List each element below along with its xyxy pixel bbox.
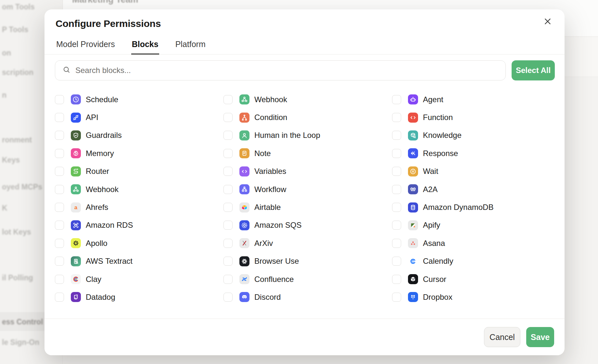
block-checkbox[interactable]	[223, 293, 233, 302]
block-checkbox[interactable]	[223, 167, 233, 176]
block-label: Workflow	[254, 185, 286, 194]
block-checkbox[interactable]	[55, 275, 64, 284]
cursor-cube-icon	[408, 274, 418, 284]
block-checkbox[interactable]	[392, 95, 401, 104]
dropbox-icon	[408, 292, 418, 302]
block-checkbox[interactable]	[223, 149, 233, 158]
blocks-grid: ScheduleAPIGuardrailsMemoryRouterWebhook…	[55, 91, 555, 306]
block-checkbox[interactable]	[55, 203, 64, 212]
block-item: A2A	[392, 180, 555, 198]
block-label: API	[86, 113, 98, 122]
block-label: Webhook	[86, 185, 119, 194]
cancel-button[interactable]: Cancel	[484, 327, 520, 347]
block-checkbox[interactable]	[392, 203, 401, 212]
block-item: Agent	[392, 91, 555, 108]
block-item: Human in the Loop	[223, 127, 392, 144]
block-item: Function	[392, 108, 555, 126]
discord-icon	[239, 292, 249, 302]
block-item: Dropbox	[392, 288, 555, 306]
block-item: Condition	[223, 108, 392, 126]
hierarchy-icon	[239, 184, 249, 194]
block-label: Calendly	[423, 257, 453, 266]
block-item: Clay	[55, 270, 223, 288]
block-checkbox[interactable]	[392, 131, 401, 140]
block-checkbox[interactable]	[223, 275, 233, 284]
dialog-header: Configure Permissions Model Providers Bl…	[45, 9, 565, 55]
aws-textract-icon	[71, 256, 81, 266]
ahrefs-icon: a	[71, 202, 81, 212]
block-label: Amazon SQS	[254, 221, 301, 230]
datadog-icon	[71, 292, 81, 302]
robot-icon	[408, 94, 418, 104]
search-box[interactable]	[55, 60, 506, 80]
block-item: Apify	[392, 216, 555, 234]
block-label: Cursor	[423, 275, 446, 284]
block-item: Note	[223, 144, 392, 162]
atom-icon	[239, 256, 249, 266]
pause-icon	[408, 166, 418, 176]
select-all-button[interactable]: Select All	[512, 60, 555, 80]
arxiv-icon	[239, 238, 249, 248]
block-checkbox[interactable]	[55, 293, 64, 302]
block-checkbox[interactable]	[392, 167, 401, 176]
block-item: Cursor	[392, 270, 555, 288]
tab-model-providers[interactable]: Model Providers	[56, 39, 116, 55]
block-checkbox[interactable]	[392, 239, 401, 248]
block-checkbox[interactable]	[55, 185, 64, 194]
close-button[interactable]	[541, 15, 555, 29]
block-checkbox[interactable]	[55, 257, 64, 266]
block-item: Datadog	[55, 288, 223, 306]
block-checkbox[interactable]	[55, 149, 64, 158]
block-checkbox[interactable]	[392, 185, 401, 194]
clock-icon	[71, 94, 81, 104]
block-item: Amazon DynamoDB	[392, 198, 555, 216]
tab-platform[interactable]: Platform	[175, 39, 206, 55]
block-checkbox[interactable]	[392, 275, 401, 284]
block-checkbox[interactable]	[223, 221, 233, 230]
block-label: Variables	[254, 167, 286, 176]
block-checkbox[interactable]	[223, 113, 233, 122]
block-checkbox[interactable]	[223, 203, 233, 212]
block-checkbox[interactable]	[55, 113, 64, 122]
block-item: Webhook	[223, 91, 392, 108]
block-checkbox[interactable]	[55, 131, 64, 140]
block-label: Apollo	[86, 239, 108, 248]
block-label: Router	[86, 167, 109, 176]
block-checkbox[interactable]	[55, 167, 64, 176]
block-checkbox[interactable]	[55, 221, 64, 230]
block-label: Ahrefs	[86, 203, 108, 212]
block-checkbox[interactable]	[392, 149, 401, 158]
configure-permissions-dialog: Configure Permissions Model Providers Bl…	[45, 9, 565, 355]
block-checkbox[interactable]	[223, 239, 233, 248]
block-item: Confluence	[223, 270, 392, 288]
block-checkbox[interactable]	[55, 95, 64, 104]
block-checkbox[interactable]	[223, 185, 233, 194]
block-checkbox[interactable]	[223, 131, 233, 140]
block-checkbox[interactable]	[392, 113, 401, 122]
confluence-icon	[239, 274, 249, 284]
block-label: Asana	[423, 239, 445, 248]
block-item: Webhook	[55, 180, 223, 198]
apollo-icon	[71, 238, 81, 248]
asana-icon	[408, 238, 418, 248]
tab-blocks[interactable]: Blocks	[131, 39, 159, 55]
block-label: Condition	[254, 113, 287, 122]
block-checkbox[interactable]	[392, 257, 401, 266]
block-item: Variables	[223, 163, 392, 180]
block-checkbox[interactable]	[223, 257, 233, 266]
block-label: Amazon DynamoDB	[423, 203, 493, 212]
block-checkbox[interactable]	[55, 239, 64, 248]
brain-icon	[71, 148, 81, 158]
block-label: Response	[423, 149, 458, 158]
save-button[interactable]: Save	[526, 327, 554, 347]
block-checkbox[interactable]	[392, 293, 401, 302]
block-item: Wait	[392, 163, 555, 180]
link-icon	[71, 113, 81, 123]
block-label: Apify	[423, 221, 440, 230]
block-checkbox[interactable]	[392, 221, 401, 230]
block-label: Webhook	[254, 95, 287, 104]
code-icon	[408, 113, 418, 123]
block-label: Dropbox	[423, 293, 452, 302]
search-input[interactable]	[75, 66, 505, 75]
block-checkbox[interactable]	[223, 95, 233, 104]
